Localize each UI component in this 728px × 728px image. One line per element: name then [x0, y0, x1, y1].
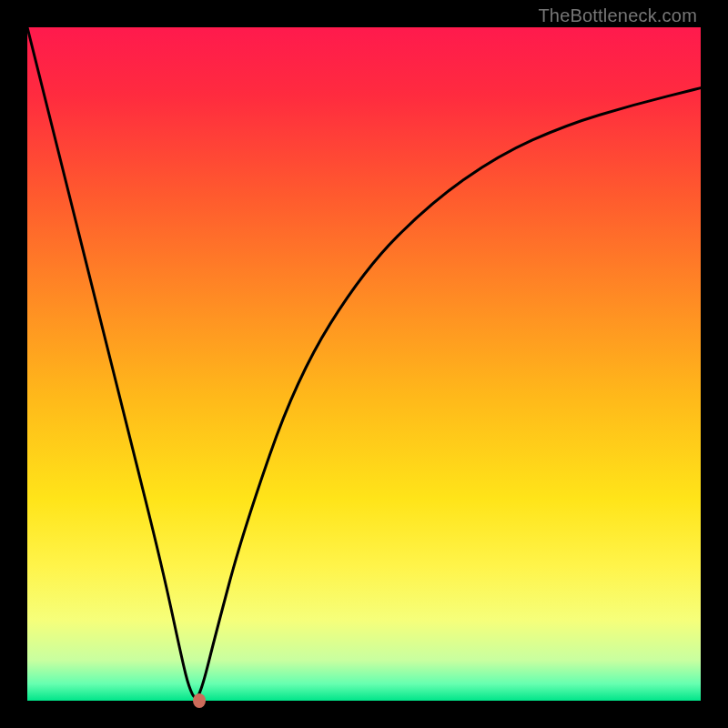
bottleneck-curve — [27, 27, 701, 701]
optimal-point-marker — [193, 693, 206, 708]
chart-frame — [27, 27, 701, 701]
watermark-text: TheBottleneck.com — [538, 5, 697, 26]
